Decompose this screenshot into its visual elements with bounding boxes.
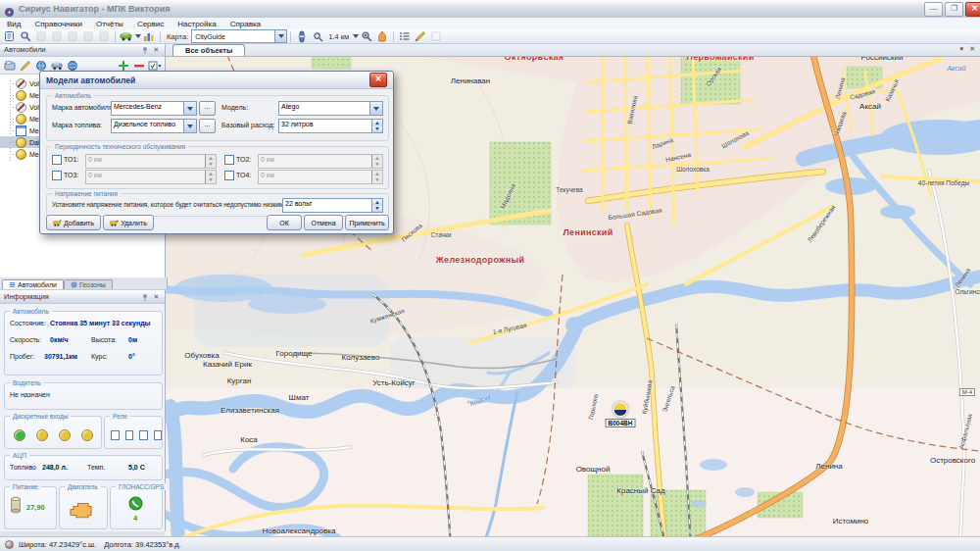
map-select-arrow-icon[interactable]: [274, 30, 286, 42]
vehicle-info-caption: Автомобиль: [10, 308, 52, 315]
voltage-spinner[interactable]: 22 вольт: [282, 198, 383, 213]
zoom-scale-value[interactable]: 1.4 км: [328, 32, 349, 41]
info-panel-title: Информация: [4, 292, 49, 301]
dialog-titlebar[interactable]: Модели автомобилей ✕: [40, 72, 393, 89]
disabled-cut-icon: [66, 30, 79, 42]
minimize-button[interactable]: —: [924, 2, 943, 17]
add-button[interactable]: Добавить: [46, 215, 101, 230]
globe2-icon[interactable]: [66, 60, 79, 72]
fuel-type-label: Марка топлива:: [52, 122, 102, 128]
apply-button[interactable]: Применить: [345, 215, 389, 230]
chart-icon[interactable]: [142, 30, 156, 42]
to2-checkbox[interactable]: [224, 155, 234, 165]
relay-checkbox[interactable]: [154, 430, 163, 440]
list-view-icon[interactable]: [398, 30, 412, 42]
vehicle-marker[interactable]: В004ВН: [606, 402, 636, 427]
model-label: Модель:: [221, 104, 248, 111]
map-label: Куйбышева: [641, 379, 654, 415]
vehicle-card-icon[interactable]: [3, 60, 17, 72]
speed-value: 0км/ч: [50, 336, 69, 343]
tab-geozones[interactable]: Геозоны: [64, 279, 113, 289]
spin-down-icon[interactable]: [372, 126, 382, 133]
voltage-value: 22 вольт: [283, 199, 371, 212]
map-select[interactable]: CityGuide: [191, 29, 287, 43]
to1-checkbox[interactable]: [52, 155, 62, 165]
relay-caption: Реле: [110, 413, 130, 420]
list-tab-icon: [9, 281, 16, 288]
voltage-down-icon[interactable]: [372, 206, 382, 213]
map-label: Ленина: [815, 462, 842, 471]
zoom-in-icon[interactable]: [360, 30, 373, 42]
menu-item-4[interactable]: Настройка: [171, 20, 222, 28]
disabled-route-icon: [81, 30, 95, 42]
brand-select[interactable]: Mercedes-Benz: [111, 101, 197, 116]
info-close-icon[interactable]: ✕: [152, 292, 161, 301]
menu-item-0[interactable]: Вид: [0, 20, 27, 28]
fuel-arrow-icon[interactable]: [183, 120, 196, 132]
driver-caption: Водитель: [10, 379, 44, 386]
ok-button[interactable]: ОК: [267, 215, 302, 230]
add-vehicle-icon[interactable]: [117, 60, 130, 72]
map-label: Островского: [930, 456, 975, 465]
tab-vehicles[interactable]: Автомобили: [2, 279, 64, 289]
map-label: Чапаева: [832, 111, 847, 137]
app-icon: [4, 4, 15, 15]
pin-icon[interactable]: [140, 45, 149, 54]
edit-pencil-icon[interactable]: [414, 30, 427, 42]
brand-browse-button[interactable]: ...: [199, 101, 216, 116]
dialog-close-icon[interactable]: ✕: [369, 73, 387, 87]
model-select[interactable]: Atego: [278, 101, 383, 116]
vehicle-menu-arrow-icon[interactable]: [135, 34, 141, 38]
info-pin-icon[interactable]: [140, 292, 149, 301]
vehicle-status-icon: [16, 102, 26, 113]
panel-close-icon[interactable]: ✕: [152, 45, 161, 54]
vehicle-info-group: Автомобиль Состояние: Стоянка 35 минут 3…: [4, 311, 163, 376]
relay-checkbox[interactable]: [111, 430, 120, 440]
map-label: Истомино: [833, 517, 869, 526]
map-label: Койсуг: [468, 393, 491, 407]
to4-label: ТО4:: [236, 172, 251, 178]
menu-item-1[interactable]: Справочники: [27, 20, 88, 28]
cancel-button[interactable]: Отмена: [304, 215, 343, 230]
to3-checkbox[interactable]: [52, 171, 62, 180]
remove-vehicle-icon[interactable]: [132, 60, 146, 72]
vehicle-menu-icon[interactable]: [120, 30, 133, 42]
fuel-select[interactable]: Дизельное топливо: [111, 119, 197, 133]
vehicle-status-icon: [16, 114, 26, 125]
zoom-scale-icon[interactable]: [311, 30, 324, 42]
menu-item-3[interactable]: Сервис: [130, 20, 171, 28]
relay-checkbox[interactable]: [125, 430, 134, 440]
menu-item-5[interactable]: Справка: [223, 20, 268, 28]
maximize-button[interactable]: ❐: [945, 2, 963, 17]
map-panel-menu-icon[interactable]: ▾: [960, 45, 964, 53]
globe-icon[interactable]: [34, 60, 48, 72]
to4-checkbox[interactable]: [224, 171, 234, 180]
search-icon[interactable]: [19, 30, 32, 42]
fuel-browse-button[interactable]: ...: [199, 119, 216, 133]
menu-item-2[interactable]: Отчёты: [89, 20, 130, 28]
delete-button[interactable]: Удалить: [103, 215, 154, 230]
altitude-label: Высота:: [91, 336, 117, 343]
vehicle-plate: В004ВН: [606, 419, 636, 427]
map-label: Энгельса: [661, 385, 675, 414]
map-label: Ленина: [954, 267, 972, 288]
refresh-icon[interactable]: [3, 30, 17, 42]
tab-all-objects[interactable]: Все объекты: [172, 44, 245, 56]
brand-arrow-icon[interactable]: [183, 102, 196, 115]
scale-slider-icon[interactable]: [295, 30, 309, 42]
close-button[interactable]: ✕: [965, 2, 980, 17]
discrete-inputs-group: Дискретные входы: [4, 416, 102, 449]
relay-checkbox[interactable]: [139, 430, 148, 440]
map-panel-close-icon[interactable]: ✕: [969, 45, 975, 53]
voltage-text: Установите напряжение питания, которое б…: [52, 201, 285, 208]
title-bar: Сириус Навигатор - МПК Виктория — ❐ ✕: [0, 0, 980, 19]
pan-hand-icon[interactable]: [375, 30, 389, 42]
geozone-tab-icon: [71, 281, 77, 288]
zoom-scale-arrow-icon[interactable]: [353, 34, 359, 38]
model-arrow-icon[interactable]: [369, 102, 382, 115]
truck-icon[interactable]: [50, 60, 64, 72]
edit-brush-icon[interactable]: [19, 60, 32, 72]
consumption-spinner[interactable]: 32 литров: [278, 119, 383, 133]
filter-checkbox-icon[interactable]: [148, 60, 162, 72]
led-indicator: [36, 429, 48, 441]
